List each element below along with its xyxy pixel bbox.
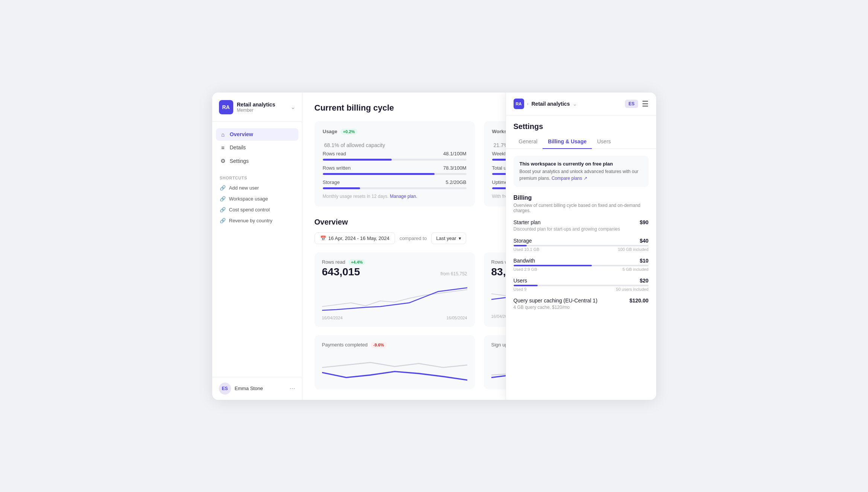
panel-title: Settings	[506, 115, 656, 135]
users-used: Used 9	[514, 287, 527, 292]
sidebar-item-overview-label: Overview	[230, 131, 253, 137]
starter-plan-desc: Discounted plan for start-ups and growin…	[514, 226, 649, 232]
current-user-name: Emma Stone	[235, 386, 286, 391]
sidebar-item-details-label: Details	[230, 144, 246, 150]
tab-billing[interactable]: Billing & Usage	[543, 135, 592, 149]
tab-users[interactable]: Users	[592, 135, 616, 149]
query-cache-price: $120.00	[629, 298, 649, 304]
rows-read-bar	[323, 159, 467, 161]
sidebar: RA Retail analytics Member ⌄ ⌂ Overview …	[212, 93, 303, 400]
date-range-picker[interactable]: 📅 16 Apr, 2024 - 16 May, 2024	[315, 232, 395, 244]
usage-badge: +0.2%	[341, 129, 358, 135]
bandwidth-bar-labels: Used 2.9 GB 5 GB included	[514, 267, 649, 272]
usage-metric-rows-written: Rows written 78.3/100M	[323, 165, 467, 171]
rows-written-bar	[323, 173, 467, 175]
rows-read-badge: +4.4%	[348, 259, 366, 265]
shortcut-workspace-usage-label: Workspace usage	[229, 196, 268, 202]
query-cache-desc: 4 GB query cache, $120/mo	[514, 305, 649, 310]
panel-workspace-avatar: RA	[514, 99, 524, 109]
date-range-value: 16 Apr, 2024 - 16 May, 2024	[328, 235, 389, 241]
bandwidth-price: $10	[640, 258, 648, 264]
org-avatar: RA	[219, 100, 233, 114]
notice-title: This workspace is currently on free plan	[520, 161, 643, 167]
sidebar-item-settings[interactable]: ⚙ Settings	[216, 155, 298, 167]
gear-icon: ⚙	[220, 158, 227, 164]
metric-card-rows-read: Rows read +4.4% 643,015 from 615,752	[315, 252, 475, 327]
shortcut-add-user-label: Add new user	[229, 185, 259, 191]
users-bar	[514, 285, 649, 286]
calendar-icon: 📅	[320, 235, 326, 241]
manage-plan-link[interactable]: Manage plan.	[390, 194, 417, 199]
payments-chart	[322, 352, 467, 383]
list-icon: ≡	[220, 144, 227, 151]
billing-item-storage: Storage $40 Used 10.1 GB 100 GB included	[514, 238, 649, 252]
shortcut-add-user[interactable]: 🔗 Add new user	[212, 182, 302, 193]
rows-read-from: from 615,752	[441, 271, 467, 276]
panel-user-badge: ES	[625, 100, 638, 108]
users-billing-price: $20	[640, 278, 648, 284]
main-nav: ⌂ Overview ≡ Details ⚙ Settings	[212, 121, 302, 171]
usage-percent: 68.1%of allowed capacity	[323, 136, 467, 150]
home-icon: ⌂	[220, 131, 227, 138]
org-role: Member	[237, 108, 287, 113]
org-info: Retail analytics Member	[237, 102, 287, 113]
storage-price: $40	[640, 238, 648, 244]
usage-metric-storage: Storage 5.2/20GB	[323, 179, 467, 185]
storage-bar	[323, 187, 467, 189]
usage-card-header: Usage +0.2%	[323, 129, 467, 135]
billing-item-bandwidth: Bandwith $10 Used 2.9 GB 5 GB included	[514, 258, 649, 272]
usage-card: Usage +0.2% 68.1%of allowed capacity Row…	[315, 121, 475, 207]
billing-section-desc: Overview of current billing cycle based …	[514, 203, 649, 213]
starter-plan-price: $90	[640, 219, 648, 225]
breadcrumb-chevron-icon: ›	[527, 101, 529, 106]
chevron-down-icon: ▾	[459, 235, 461, 241]
users-billing-name: Users	[514, 278, 527, 284]
storage-name: Storage	[514, 238, 532, 244]
bandwidth-bar	[514, 265, 649, 266]
panel-breadcrumb: RA › Retail analytics ⌄	[514, 99, 578, 109]
sidebar-item-overview[interactable]: ⌂ Overview	[216, 128, 298, 141]
payments-badge: -9.6%	[371, 342, 387, 348]
panel-workspace-name: Retail analytics	[532, 101, 570, 107]
shortcut-revenue-country[interactable]: 🔗 Revenue by country	[212, 215, 302, 226]
link-icon-2: 🔗	[220, 196, 226, 202]
compare-plans-link[interactable]: Compare plans ↗	[552, 176, 587, 181]
usage-card-title: Usage	[323, 129, 337, 134]
org-switcher[interactable]: RA Retail analytics Member ⌄	[212, 93, 302, 121]
usage-metric-rows-read: Rows read 48.1/100M	[323, 151, 467, 156]
payments-title: Payments completed	[322, 342, 368, 348]
panel-menu-icon[interactable]: ☰	[642, 99, 649, 108]
period-value: Last year	[436, 235, 456, 241]
user-menu-button[interactable]: ···	[289, 384, 295, 392]
panel-right: ES ☰	[625, 99, 648, 108]
rows-read-chart	[322, 284, 467, 314]
shortcut-workspace-usage[interactable]: 🔗 Workspace usage	[212, 193, 302, 204]
period-selector[interactable]: Last year ▾	[431, 232, 466, 244]
tab-general[interactable]: General	[514, 135, 543, 149]
rows-read-value: 643,015	[322, 266, 360, 278]
storage-bar-labels: Used 10.1 GB 100 GB included	[514, 247, 649, 252]
bandwidth-name: Bandwith	[514, 258, 535, 264]
link-icon-4: 🔗	[220, 218, 226, 223]
query-cache-name: Query super caching (EU-Central 1)	[514, 298, 597, 304]
app-container: RA Retail analytics Member ⌄ ⌂ Overview …	[212, 93, 656, 400]
panel-header: RA › Retail analytics ⌄ ES ☰	[506, 93, 656, 115]
billing-item-users: Users $20 Used 9 50 users included	[514, 278, 649, 292]
current-user-avatar: ES	[219, 383, 231, 395]
starter-plan-name: Starter plan	[514, 219, 541, 225]
org-chevron-icon[interactable]: ⌄	[290, 103, 295, 111]
notice-text: Boost your analytics and unlock advanced…	[520, 168, 643, 182]
free-plan-notice: This workspace is currently on free plan…	[514, 156, 649, 187]
sidebar-item-details[interactable]: ≡ Details	[216, 141, 298, 154]
settings-panel: RA › Retail analytics ⌄ ES ☰ Settings Ge…	[506, 93, 656, 400]
sidebar-footer: ES Emma Stone ···	[212, 377, 302, 400]
shortcut-cost-spend-label: Cost spend control	[229, 207, 270, 213]
rows-read-chart-labels: 16/04/2024 16/05/2024	[322, 316, 467, 320]
bandwidth-included: 5 GB included	[622, 267, 648, 272]
billing-item-starter: Starter plan $90 Discounted plan for sta…	[514, 219, 649, 232]
workspace-chevron-icon[interactable]: ⌄	[573, 101, 577, 107]
link-icon: 🔗	[220, 185, 226, 191]
rows-read-header: Rows read +4.4%	[322, 259, 467, 265]
shortcut-cost-spend[interactable]: 🔗 Cost spend control	[212, 204, 302, 215]
usage-note: Monthly usage resets in 12 days. Manage …	[323, 194, 467, 199]
